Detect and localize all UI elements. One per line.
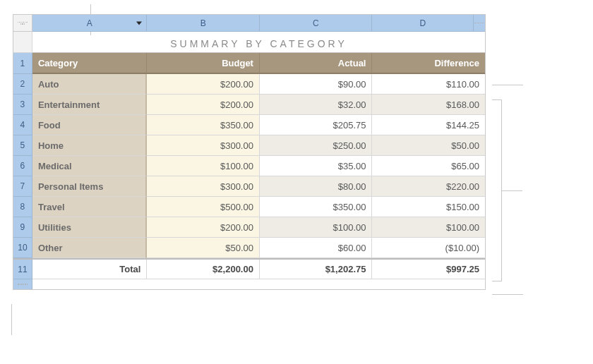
table-title[interactable]: SUMMARY BY CATEGORY xyxy=(32,32,485,53)
cell-budget[interactable]: $200.00 xyxy=(147,217,260,238)
cell-actual[interactable]: $60.00 xyxy=(260,238,373,258)
cell-difference[interactable]: $110.00 xyxy=(372,74,485,95)
add-column-handle[interactable] xyxy=(474,15,485,32)
cell-difference[interactable]: $65.00 xyxy=(372,156,485,176)
grip-icon xyxy=(18,279,28,290)
row-header[interactable]: 1 xyxy=(13,53,32,74)
footer-budget[interactable]: $2,200.00 xyxy=(147,260,260,279)
cell-budget[interactable]: $350.00 xyxy=(147,115,260,135)
row-header[interactable]: 8 xyxy=(13,197,32,217)
row-header[interactable]: 7 xyxy=(13,176,32,197)
header-cell-budget[interactable]: Budget xyxy=(147,53,260,74)
cell-category[interactable]: Food xyxy=(32,115,148,135)
cell-actual[interactable]: $35.00 xyxy=(260,156,373,176)
chevron-down-icon[interactable] xyxy=(136,21,142,25)
column-header-row: A B C D xyxy=(13,15,485,32)
cell-actual[interactable]: $32.00 xyxy=(260,95,373,115)
cell-budget[interactable]: $300.00 xyxy=(147,135,260,156)
grip-icon xyxy=(17,18,28,28)
row-header-blank xyxy=(13,32,32,53)
table-row: 9 Utilities $200.00 $100.00 $100.00 xyxy=(13,217,485,238)
table-footer-row: 11 Total $2,200.00 $1,202.75 $997.25 xyxy=(13,258,485,279)
cell-category[interactable]: Entertainment xyxy=(32,95,148,115)
footer-difference[interactable]: $997.25 xyxy=(372,260,485,279)
column-letter: B xyxy=(147,18,259,28)
cell-budget[interactable]: $200.00 xyxy=(147,95,260,115)
row-header[interactable]: 11 xyxy=(13,260,32,279)
header-cell-category[interactable]: Category xyxy=(32,53,148,74)
callout-line xyxy=(492,99,502,100)
cell-category[interactable]: Personal Items xyxy=(32,176,148,197)
table-row: 3 Entertainment $200.00 $32.00 $168.00 xyxy=(13,95,485,115)
row-header[interactable]: 2 xyxy=(13,74,32,95)
column-letter: A xyxy=(32,18,147,28)
cell-category[interactable]: Auto xyxy=(32,74,148,95)
table-row: 8 Travel $500.00 $350.00 $150.00 xyxy=(13,197,485,217)
column-header-b[interactable]: B xyxy=(147,15,260,32)
callout-line xyxy=(492,294,523,295)
spreadsheet-table: A B C D SUMMARY BY CATEGORY 1 Category B… xyxy=(13,14,486,290)
blank xyxy=(32,279,485,289)
cell-category[interactable]: Utilities xyxy=(32,217,148,238)
header-cell-difference[interactable]: Difference xyxy=(372,53,485,74)
table-row: 2 Auto $200.00 $90.00 $110.00 xyxy=(13,74,485,95)
cell-difference[interactable]: $220.00 xyxy=(372,176,485,197)
cell-category[interactable]: Other xyxy=(32,238,148,258)
add-row-handle-row xyxy=(13,279,485,289)
callout-line xyxy=(11,304,12,335)
cell-difference[interactable]: $150.00 xyxy=(372,197,485,217)
callout-line xyxy=(501,190,522,191)
column-header-a[interactable]: A xyxy=(32,15,148,32)
row-header[interactable]: 6 xyxy=(13,156,32,176)
table-row: 4 Food $350.00 $205.75 $144.25 xyxy=(13,115,485,135)
row-header[interactable]: 5 xyxy=(13,135,32,156)
table-row: 7 Personal Items $300.00 $80.00 $220.00 xyxy=(13,176,485,197)
select-all-corner[interactable] xyxy=(13,15,32,32)
cell-budget[interactable]: $200.00 xyxy=(147,74,260,95)
header-cell-actual[interactable]: Actual xyxy=(260,53,373,74)
grip-icon xyxy=(474,18,485,28)
column-header-d[interactable]: D xyxy=(372,15,474,32)
callout-line xyxy=(492,281,502,281)
callout-line xyxy=(492,85,523,85)
row-header[interactable]: 3 xyxy=(13,95,32,115)
cell-actual[interactable]: $100.00 xyxy=(260,217,373,238)
table-row: 5 Home $300.00 $250.00 $50.00 xyxy=(13,135,485,156)
cell-category[interactable]: Medical xyxy=(32,156,148,176)
footer-actual[interactable]: $1,202.75 xyxy=(260,260,373,279)
add-row-handle[interactable] xyxy=(13,279,32,289)
column-header-c[interactable]: C xyxy=(260,15,373,32)
row-header[interactable]: 9 xyxy=(13,217,32,238)
table-row: 10 Other $50.00 $60.00 ($10.00) xyxy=(13,238,485,258)
table-header-row: 1 Category Budget Actual Difference xyxy=(13,53,485,74)
cell-actual[interactable]: $350.00 xyxy=(260,197,373,217)
cell-category[interactable]: Home xyxy=(32,135,148,156)
cell-category[interactable]: Travel xyxy=(32,197,148,217)
cell-budget[interactable]: $500.00 xyxy=(147,197,260,217)
column-letter: C xyxy=(260,18,372,28)
cell-difference[interactable]: $168.00 xyxy=(372,95,485,115)
cell-difference[interactable]: $144.25 xyxy=(372,115,485,135)
cell-difference[interactable]: $50.00 xyxy=(372,135,485,156)
column-letter: D xyxy=(372,18,473,28)
cell-actual[interactable]: $80.00 xyxy=(260,176,373,197)
table-title-row: SUMMARY BY CATEGORY xyxy=(13,32,485,53)
cell-actual[interactable]: $90.00 xyxy=(260,74,373,95)
cell-budget[interactable]: $100.00 xyxy=(147,156,260,176)
cell-actual[interactable]: $250.00 xyxy=(260,135,373,156)
row-header[interactable]: 4 xyxy=(13,115,32,135)
cell-budget[interactable]: $50.00 xyxy=(147,238,260,258)
cell-budget[interactable]: $300.00 xyxy=(147,176,260,197)
cell-difference[interactable]: $100.00 xyxy=(372,217,485,238)
footer-label[interactable]: Total xyxy=(32,260,148,279)
table-row: 6 Medical $100.00 $35.00 $65.00 xyxy=(13,156,485,176)
cell-actual[interactable]: $205.75 xyxy=(260,115,373,135)
row-header[interactable]: 10 xyxy=(13,238,32,258)
cell-difference[interactable]: ($10.00) xyxy=(372,238,485,258)
